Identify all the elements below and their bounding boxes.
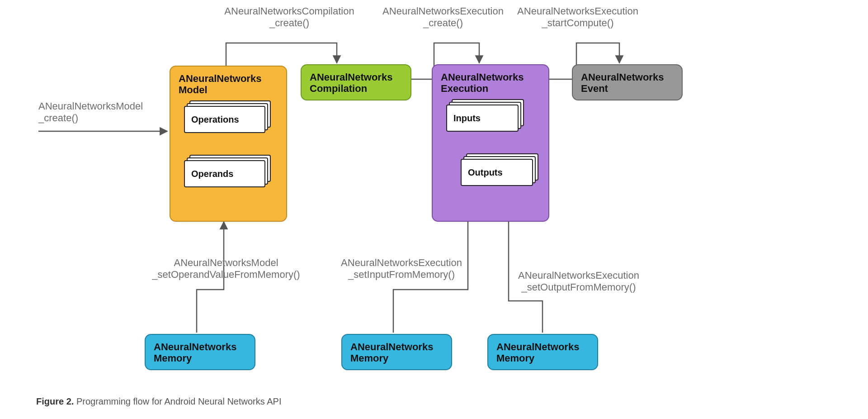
node-model-title-l2: Model	[179, 84, 208, 95]
node-model: ANeuralNetworks Model Operations Operand…	[170, 66, 287, 222]
label-execution-start: ANeuralNetworksExecution _startCompute()	[505, 5, 650, 29]
stack-operations: Operations	[184, 100, 272, 136]
node-execution-title-l1: ANeuralNetworks	[441, 71, 524, 83]
node-execution-title: ANeuralNetworks Execution	[441, 71, 540, 95]
node-model-title: ANeuralNetworks Model	[179, 73, 278, 96]
stack-outputs: Outputs	[461, 153, 540, 189]
node-memory-3: ANeuralNetworks Memory	[487, 334, 598, 370]
node-memory-2-title: ANeuralNetworks Memory	[350, 341, 443, 364]
node-model-title-l1: ANeuralNetworks	[179, 73, 261, 84]
node-event-title-l2: Event	[581, 83, 608, 94]
node-compilation-title-l2: Compilation	[310, 83, 367, 94]
node-memory-2-title-l1: ANeuralNetworks	[350, 341, 433, 352]
node-memory-3-title-l2: Memory	[496, 352, 534, 364]
card-inputs-label: Inputs	[447, 105, 518, 131]
node-memory-1-title-l1: ANeuralNetworks	[154, 341, 236, 352]
diagram-canvas: ANeuralNetworksModel _create() ANeuralNe…	[0, 0, 868, 419]
node-event-title: ANeuralNetworks Event	[581, 71, 674, 95]
node-memory-1-title: ANeuralNetworks Memory	[154, 341, 246, 364]
node-memory-1: ANeuralNetworks Memory	[145, 334, 255, 370]
node-compilation: ANeuralNetworks Compilation	[301, 64, 411, 100]
label-compilation-create: ANeuralNetworksCompilation _create()	[212, 5, 366, 29]
label-execution-create: ANeuralNetworksExecution _create()	[371, 5, 515, 29]
node-compilation-title-l1: ANeuralNetworks	[310, 71, 392, 83]
node-event-title-l1: ANeuralNetworks	[581, 71, 664, 83]
label-set-input: ANeuralNetworksExecution _setInputFromMe…	[325, 257, 478, 281]
node-event: ANeuralNetworks Event	[572, 64, 683, 100]
stack-inputs: Inputs	[446, 99, 525, 134]
node-memory-1-title-l2: Memory	[154, 352, 192, 364]
label-model-create: ANeuralNetworksModel _create()	[38, 100, 165, 124]
node-compilation-title: ANeuralNetworks Compilation	[310, 71, 402, 95]
card-operations-label: Operations	[185, 107, 264, 132]
node-memory-3-title-l1: ANeuralNetworks	[496, 341, 579, 352]
node-execution-title-l2: Execution	[441, 83, 488, 94]
stack-operands: Operands	[184, 155, 272, 190]
node-memory-3-title: ANeuralNetworks Memory	[496, 341, 589, 364]
card-outputs-label: Outputs	[462, 160, 532, 185]
figure-caption-number: Figure 2.	[36, 396, 74, 406]
node-memory-2-title-l2: Memory	[350, 352, 388, 364]
label-set-operand: ANeuralNetworksModel _setOperandValueFro…	[138, 257, 314, 281]
node-execution: ANeuralNetworks Execution Inputs Outputs	[432, 64, 549, 222]
card-operands-label: Operands	[185, 161, 264, 186]
figure-caption-text: Programming flow for Android Neural Netw…	[76, 396, 282, 406]
node-memory-2: ANeuralNetworks Memory	[341, 334, 452, 370]
label-set-output: ANeuralNetworksExecution _setOutputFromM…	[502, 270, 656, 294]
figure-caption: Figure 2. Programming flow for Android N…	[36, 396, 281, 407]
